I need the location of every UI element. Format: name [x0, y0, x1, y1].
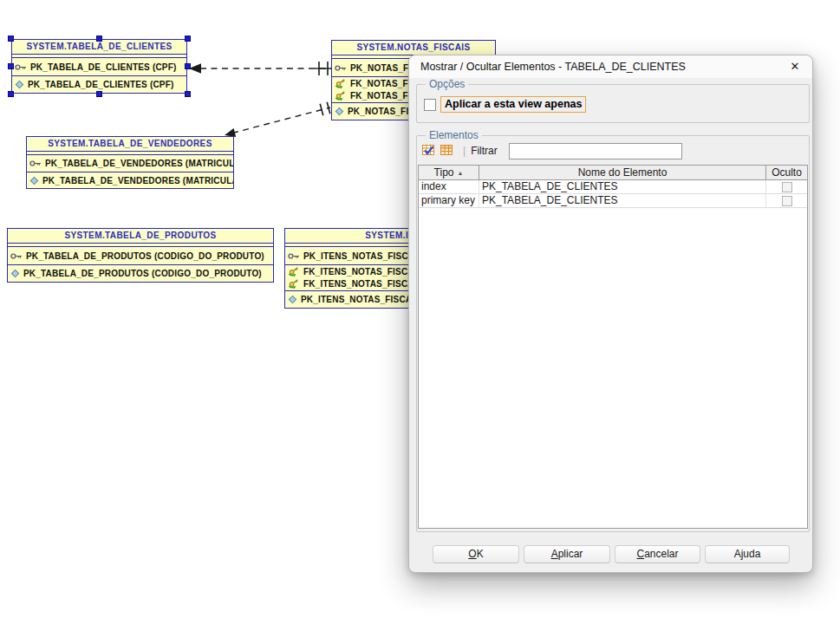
pk-constraint-icon: [335, 107, 344, 116]
filter-label: Filtrar: [471, 145, 498, 157]
fk-icon: [335, 90, 347, 101]
pk-constraint-icon: [29, 176, 39, 185]
entity-title: SYSTEM.TABELA_DE_CLIENTES: [12, 40, 186, 55]
cancelar-button[interactable]: Cancelar: [615, 545, 700, 563]
column-header-tipo[interactable]: Tipo ▲: [419, 166, 479, 179]
entity-row-label: PK_ITENS_NOTAS_FISCAIS: [301, 295, 420, 304]
entity-row-label: PK_TABELA_DE_CLIENTES (CPF): [30, 62, 177, 72]
elements-group: Elementos | Filtrar: [416, 135, 810, 532]
relationship-notas-clientes[interactable]: [189, 62, 331, 75]
options-group-label: Opções: [426, 78, 468, 90]
cell-tipo: primary key: [419, 194, 479, 207]
cell-nome: PK_TABELA_DE_CLIENTES: [479, 180, 766, 193]
cell-nome: PK_TABELA_DE_CLIENTES: [479, 194, 766, 207]
entity-row: PK_TABELA_DE_PRODUTOS (CODIGO_DO_PRODUTO…: [8, 264, 273, 282]
selection-handle[interactable]: [185, 36, 191, 42]
selection-handle[interactable]: [8, 36, 14, 42]
fk-icon: [288, 266, 300, 277]
entity-row-label: FK_ITENS_NOTAS_FISCAIS: [303, 279, 423, 289]
entity-row-label: PK_TABELA_DE_VENDEDORES (MATRICULA): [42, 176, 233, 185]
ajuda-button[interactable]: Ajuda: [705, 545, 790, 563]
entity-row-label: PK_TABELA_DE_PRODUTOS (CODIGO_DO_PRODUTO…: [23, 269, 262, 278]
entity-tabela-de-clientes[interactable]: SYSTEM.TABELA_DE_CLIENTES PK_TABELA_DE_C…: [11, 39, 187, 94]
close-icon[interactable]: ✕: [787, 59, 803, 75]
pk-index-icon: [335, 64, 347, 72]
selection-handle[interactable]: [185, 63, 191, 69]
sort-asc-icon: ▲: [457, 170, 463, 176]
column-header-nome[interactable]: Nome do Elemento: [479, 166, 766, 179]
toolbar-separator: |: [463, 145, 466, 157]
aplicar-button[interactable]: Aplicar: [524, 545, 610, 563]
selection-handle[interactable]: [8, 91, 14, 97]
entity-row-label: FK_ITENS_NOTAS_FISCAIS: [303, 267, 423, 276]
elements-table: Tipo ▲ Nome do Elemento Oculto index PK_…: [418, 165, 808, 529]
entity-title: SYSTEM.TABELA_DE_PRODUTOS: [8, 229, 273, 244]
entity-row: PK_TABELA_DE_CLIENTES (CPF): [12, 58, 186, 75]
pk-index-icon: [10, 252, 23, 260]
relationship-notas-vendedores[interactable]: [225, 102, 330, 137]
elements-table-header: Tipo ▲ Nome do Elemento Oculto: [419, 166, 807, 180]
oculto-checkbox[interactable]: [782, 182, 792, 192]
cell-oculto: [766, 180, 807, 193]
entity-tabela-de-produtos[interactable]: SYSTEM.TABELA_DE_PRODUTOS PK_TABELA_DE_P…: [7, 228, 274, 283]
diagram-canvas[interactable]: SYSTEM.TABELA_DE_CLIENTES PK_TABELA_DE_C…: [0, 0, 840, 644]
entity-row: PK_TABELA_DE_CLIENTES (CPF): [12, 75, 186, 93]
table-row[interactable]: index PK_TABELA_DE_CLIENTES: [419, 180, 807, 194]
entity-row-label: PK_TABELA_DE_PRODUTOS (CODIGO_DO_PRODUTO…: [26, 251, 264, 261]
pk-constraint-icon: [15, 80, 24, 89]
options-group: Opções Aplicar a esta view apenas: [416, 84, 810, 123]
fk-icon: [335, 78, 347, 89]
pk-constraint-icon: [288, 295, 297, 304]
entity-row-label: PK_TABELA_DE_VENDEDORES (MATRICULA): [45, 159, 233, 168]
entity-row: PK_TABELA_DE_VENDEDORES (MATRICULA): [27, 172, 233, 188]
entity-title: SYSTEM.NOTAS_FISCAIS: [332, 41, 495, 55]
pk-index-icon: [288, 252, 300, 260]
table-row[interactable]: primary key PK_TABELA_DE_CLIENTES: [419, 194, 807, 208]
entity-row: PK_TABELA_DE_VENDEDORES (MATRICULA): [27, 155, 233, 172]
pk-constraint-icon: [10, 269, 20, 278]
selection-handle[interactable]: [8, 63, 14, 69]
entity-row: PK_TABELA_DE_PRODUTOS (CODIGO_DO_PRODUTO…: [8, 247, 273, 264]
table-grid-icon[interactable]: [440, 143, 454, 158]
dialog-button-row: OK Aplicar Cancelar Ajuda: [409, 545, 812, 563]
entity-row-label: PK_TABELA_DE_CLIENTES (CPF): [28, 80, 174, 89]
select-elements-grid-icon[interactable]: [421, 143, 436, 158]
dialog-titlebar[interactable]: Mostrar / Ocultar Elementos - TABELA_DE_…: [409, 55, 812, 78]
selection-handle[interactable]: [96, 36, 102, 42]
selection-handle[interactable]: [185, 91, 191, 97]
pk-index-icon: [29, 159, 42, 167]
entity-tabela-de-vendedores[interactable]: SYSTEM.TABELA_DE_VENDEDORES PK_TABELA_DE…: [26, 136, 234, 189]
column-header-oculto[interactable]: Oculto: [766, 166, 807, 179]
cell-tipo: index: [419, 180, 479, 193]
oculto-checkbox[interactable]: [782, 196, 792, 206]
filter-input[interactable]: [509, 143, 682, 159]
show-hide-elements-dialog: Mostrar / Ocultar Elementos - TABELA_DE_…: [408, 55, 813, 573]
fk-icon: [288, 278, 300, 289]
dialog-title: Mostrar / Ocultar Elementos - TABELA_DE_…: [420, 55, 686, 78]
apply-to-view-checkbox[interactable]: [424, 99, 436, 111]
ok-button[interactable]: OK: [433, 545, 519, 563]
pk-index-icon: [15, 63, 27, 71]
selection-handle[interactable]: [96, 91, 102, 97]
entity-title: SYSTEM.TABELA_DE_VENDEDORES: [27, 137, 233, 152]
cell-oculto: [766, 194, 807, 207]
elements-group-label: Elementos: [426, 129, 482, 141]
entity-row-label: PK_ITENS_NOTAS_FISCAIS: [303, 251, 423, 261]
apply-to-view-label[interactable]: Aplicar a esta view apenas: [440, 96, 586, 113]
